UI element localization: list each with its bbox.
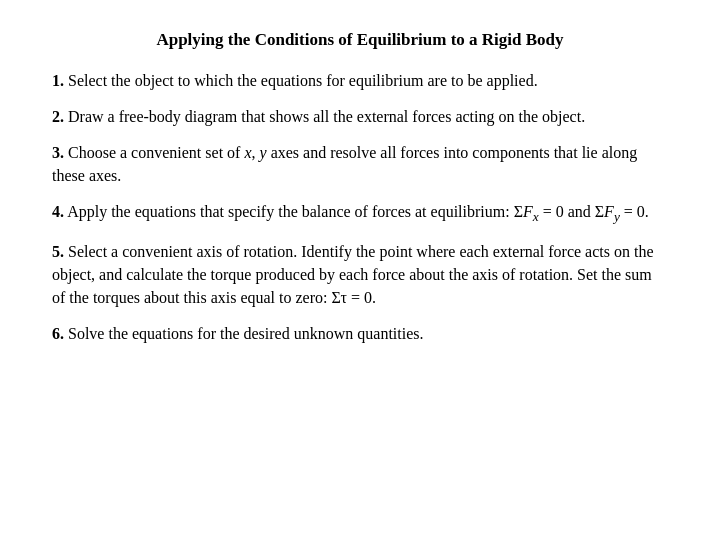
item-2-number: 2.	[52, 108, 64, 125]
item-1-text: Select the object to which the equations…	[68, 72, 538, 89]
item-4-text: Apply the equations that specify the bal…	[67, 203, 649, 220]
list-item-4: 4. Apply the equations that specify the …	[52, 200, 668, 227]
item-3-number: 3.	[52, 144, 64, 161]
list-item-3: 3. Choose a convenient set of x, y axes …	[52, 141, 668, 187]
list-item-2: 2. Draw a free-body diagram that shows a…	[52, 105, 668, 128]
list-item-5: 5. Select a convenient axis of rotation.…	[52, 240, 668, 310]
item-1-number: 1.	[52, 72, 64, 89]
page-title: Applying the Conditions of Equilibrium t…	[52, 28, 668, 53]
list-item-6: 6. Solve the equations for the desired u…	[52, 322, 668, 345]
item-5-text: Select a convenient axis of rotation. Id…	[52, 243, 654, 306]
item-2-text: Draw a free-body diagram that shows all …	[68, 108, 585, 125]
item-4-number: 4.	[52, 203, 64, 220]
item-3-text: Choose a convenient set of x, y axes and…	[52, 144, 637, 184]
page-container: Applying the Conditions of Equilibrium t…	[0, 0, 720, 540]
item-6-text: Solve the equations for the desired unkn…	[68, 325, 423, 342]
item-5-number: 5.	[52, 243, 64, 260]
item-6-number: 6.	[52, 325, 64, 342]
list-item-1: 1. Select the object to which the equati…	[52, 69, 668, 92]
